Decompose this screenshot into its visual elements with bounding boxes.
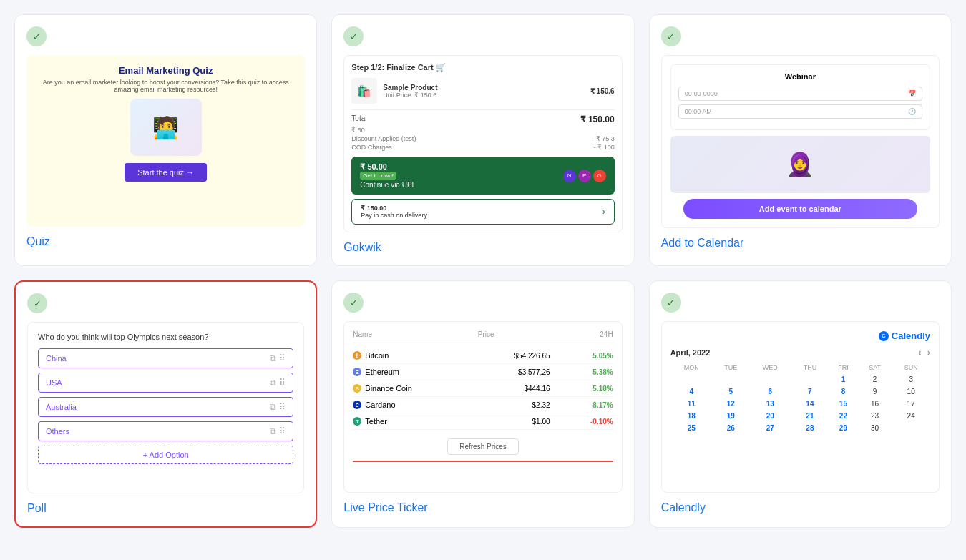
gokwik-card: ✓ Step 1/2: Finalize Cart 🛒 🛍️ Sample Pr… [331,14,634,266]
poll-option-china[interactable]: China ⧉ ⠿ [38,348,293,368]
product-price-right: ₹ 150.6 [590,87,615,95]
poll-question: Who do you think will top Olympics next … [38,333,293,341]
poll-option-australia[interactable]: Australia ⧉ ⠿ [38,397,293,417]
date-input-row[interactable]: 00-00-0000 📅 [678,87,922,101]
calendar-day: 3 [892,373,930,385]
quiz-title: Email Marketing Quiz [119,65,213,76]
calendar-day[interactable]: 21 [791,410,829,422]
tether-icon: T [353,417,361,426]
gokwik-step-header: Step 1/2: Finalize Cart 🛒 [351,63,614,72]
calendly-card-label: Calendly [661,501,940,514]
calendar-day[interactable]: 18 [670,410,713,422]
calendar-day[interactable]: 4 [670,385,713,398]
product-thumb: 🛍️ [351,78,377,104]
calendar-day[interactable]: 29 [829,422,858,434]
calendar-day[interactable]: 28 [791,422,829,434]
ticker-card: ✓ Name Price 24H ₿ Bitcoin $54,226.65 5.… [331,280,634,528]
col-mon: MON [670,362,713,373]
calendly-check-badge[interactable]: ✓ [661,293,681,313]
calendar-day [670,373,713,385]
add-to-calendar-button[interactable]: Add event to calendar [683,199,917,219]
clock-icon: 🕐 [908,108,916,115]
calendar-day: 23 [858,410,892,422]
start-quiz-button[interactable]: Start the quiz → [125,163,207,182]
next-month-button[interactable]: › [927,347,930,358]
ticker-row-tether: T Tether $1.00 -0.10% [353,413,613,430]
calendar-day[interactable]: 22 [829,410,858,422]
poll-check-badge[interactable]: ✓ [27,293,47,313]
calendar-day[interactable]: 19 [713,410,749,422]
calendar-day[interactable]: 1 [829,373,858,385]
calendar-day[interactable]: 13 [749,398,791,410]
calendar-day[interactable]: 15 [829,398,858,410]
col-tue: TUE [713,362,749,373]
drag-icon: ⠿ [279,426,286,436]
calendar-icon: 📅 [908,90,916,97]
cod-button[interactable]: ₹ 150.00 Pay in cash on delivery › [351,199,614,225]
calendar-day [892,422,930,434]
refresh-prices-button[interactable]: Refresh Prices [447,438,519,455]
calendar-day: 10 [892,385,930,398]
person-illustration: 🧕 [786,151,814,178]
calendar-day [713,373,749,385]
copy-icon: ⧉ [270,353,276,363]
calendar-card-label: Add to Calendar [661,237,940,250]
time-input-row[interactable]: 00:00 AM 🕐 [678,104,922,119]
cod-arrow-icon: › [602,207,605,217]
quiz-preview: Email Marketing Quiz Are you an email ma… [26,55,305,227]
prev-month-button[interactable]: ‹ [918,347,921,358]
ticker-row-bitcoin: ₿ Bitcoin $54,226.65 5.05% [353,348,613,364]
ethereum-icon: Ξ [353,368,361,376]
gokwik-product-row: 🛍️ Sample Product Unit Price: ₹ 150.6 ₹ … [351,78,614,104]
webinar-box: Webinar 00-00-0000 📅 00:00 AM 🕐 [670,64,930,130]
quiz-subtitle: Are you an email marketer looking to boo… [36,79,295,93]
calendar-day[interactable]: 6 [749,385,791,398]
gokwik-preview: Step 1/2: Finalize Cart 🛒 🛍️ Sample Prod… [343,55,622,232]
col-sat: SAT [858,362,892,373]
calendar-day[interactable]: 20 [749,410,791,422]
calendly-preview: C Calendly April, 2022 ‹ › MON TUE WED [661,321,940,493]
calendar-day: 24 [892,410,930,422]
gokwik-cod-charges-row: COD Charges - ₹ 100 [351,144,614,151]
calendar-day[interactable]: 7 [791,385,829,398]
calendar-day[interactable]: 25 [670,422,713,434]
ticker-header: Name Price 24H [353,330,613,343]
poll-card: ✓ Who do you think will top Olympics nex… [14,280,317,528]
calendar-day: 17 [892,398,930,410]
calendar-day: 30 [858,422,892,434]
gokwik-s1-row: ₹ 50 [351,127,614,134]
poll-preview: Who do you think will top Olympics next … [27,322,304,493]
calendar-day[interactable]: 14 [791,398,829,410]
calendar-day[interactable]: 5 [713,385,749,398]
gokwik-total-row: Total ₹ 150.00 [351,114,614,124]
quiz-check-badge[interactable]: ✓ [26,26,47,46]
ticker-check-badge[interactable]: ✓ [343,293,364,313]
ticker-preview: Name Price 24H ₿ Bitcoin $54,226.65 5.05… [343,321,622,493]
upi-icon-3: G [593,170,606,182]
quiz-card-label: Quiz [26,235,305,248]
quiz-card: ✓ Email Marketing Quiz Are you an email … [14,14,317,266]
calendly-logo: C Calendly [879,330,930,341]
ticker-row-binance: B Binance Coin $444.16 5.18% [353,380,613,397]
calendar-day[interactable]: 27 [749,422,791,434]
calendar-day[interactable]: 8 [829,385,858,398]
calendar-day[interactable]: 11 [670,398,713,410]
quiz-illustration: 🧑‍💻 [130,99,202,156]
add-option-button[interactable]: + Add Option [38,446,293,464]
calendar-day[interactable]: 12 [713,398,749,410]
poll-option-usa[interactable]: USA ⧉ ⠿ [38,373,293,393]
calendar-check-badge[interactable]: ✓ [661,26,681,46]
col-thu: THU [791,362,829,373]
product-name: Sample Product [383,84,585,92]
poll-option-others[interactable]: Others ⧉ ⠿ [38,421,293,441]
copy-icon: ⧉ [270,402,276,412]
col-wed: WED [749,362,791,373]
calendar-day[interactable]: 26 [713,422,749,434]
drag-icon: ⠿ [279,353,286,363]
ticker-card-label: Live Price Ticker [343,501,622,514]
cardano-icon: C [353,401,361,409]
upi-button[interactable]: ₹ 50.00 Get it down! Continue via UPI N … [351,157,614,195]
gokwik-check-badge[interactable]: ✓ [343,26,364,46]
calendly-logo-dot: C [879,331,889,341]
calendar-day [791,373,829,385]
